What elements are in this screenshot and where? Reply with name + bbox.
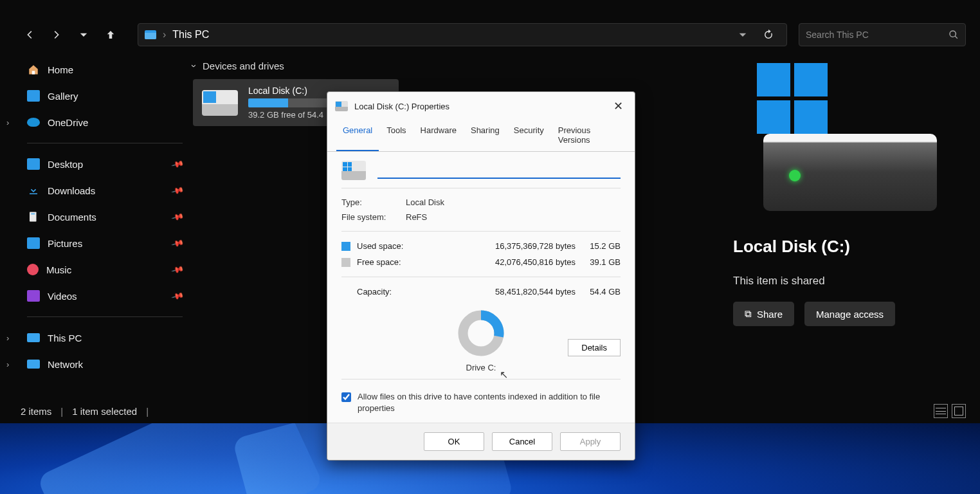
- sidebar-label: Network: [48, 359, 83, 370]
- pin-icon: 📌: [170, 289, 184, 303]
- sidebar-item-desktop[interactable]: Desktop📌: [18, 151, 192, 177]
- status-items-count: 2 items: [21, 406, 51, 417]
- tab-security[interactable]: Security: [507, 120, 550, 151]
- chevron-down-icon[interactable]: ›: [189, 64, 200, 68]
- recent-locations-button[interactable]: [72, 23, 95, 46]
- apply-button[interactable]: Apply: [560, 432, 621, 451]
- address-bar[interactable]: › This PC: [138, 23, 787, 46]
- sidebar-item-home[interactable]: Home: [18, 57, 192, 82]
- usage-donut-chart: [457, 309, 505, 358]
- breadcrumb-location[interactable]: This PC: [172, 29, 209, 41]
- this-pc-icon: [145, 30, 156, 39]
- svg-rect-1: [31, 214, 35, 215]
- chevron-right-icon[interactable]: ›: [6, 360, 15, 369]
- pin-icon: 📌: [170, 184, 184, 197]
- sidebar-item-downloads[interactable]: Downloads📌: [18, 178, 192, 203]
- sidebar-item-network[interactable]: ›Network: [18, 351, 192, 377]
- pin-icon: 📌: [170, 237, 184, 250]
- forward-button[interactable]: [45, 23, 68, 46]
- back-button[interactable]: [18, 23, 41, 46]
- capacity-label: Capacity:: [357, 287, 473, 297]
- filesystem-label: File system:: [341, 212, 406, 222]
- tab-general[interactable]: General: [336, 120, 379, 151]
- index-contents-checkbox[interactable]: [341, 392, 351, 402]
- chevron-right-icon[interactable]: ›: [6, 118, 15, 127]
- cancel-button[interactable]: Cancel: [492, 432, 552, 451]
- drive-label-input[interactable]: [377, 162, 621, 179]
- sidebar: Home Gallery ›OneDrive Desktop📌 Download…: [18, 57, 192, 378]
- breadcrumb-separator-icon: ›: [163, 29, 166, 41]
- search-icon: [948, 30, 959, 40]
- free-space-label: Free space:: [357, 257, 473, 267]
- sidebar-label: Pictures: [48, 238, 82, 249]
- dialog-titlebar[interactable]: Local Disk (C:) Properties ✕: [327, 92, 635, 120]
- sidebar-label: Documents: [48, 212, 96, 223]
- sidebar-item-pictures[interactable]: Pictures📌: [18, 230, 192, 256]
- drive-icon: [341, 161, 366, 180]
- details-title: Local Disk (C:): [733, 237, 954, 257]
- sidebar-label: Desktop: [48, 159, 83, 170]
- search-box[interactable]: [799, 23, 966, 46]
- share-button[interactable]: ⧉Share: [733, 302, 794, 326]
- tab-tools[interactable]: Tools: [380, 120, 412, 151]
- close-button[interactable]: ✕: [609, 97, 627, 115]
- free-space-bytes: 42,076,450,816 bytes: [479, 257, 576, 267]
- tab-sharing[interactable]: Sharing: [464, 120, 506, 151]
- this-pc-icon: [27, 333, 40, 342]
- pin-icon: 📌: [170, 263, 184, 277]
- pictures-icon: [27, 237, 40, 249]
- section-devices-and-drives[interactable]: › Devices and drives: [193, 60, 710, 71]
- refresh-button[interactable]: [757, 23, 780, 46]
- desktop-icon: [27, 158, 40, 170]
- gallery-icon: [27, 90, 40, 102]
- onedrive-icon: [27, 118, 40, 127]
- drive-icon: [335, 101, 348, 111]
- sidebar-label: Music: [46, 264, 71, 275]
- filesystem-value: ReFS: [406, 212, 427, 222]
- details-pane: Local Disk (C:) This item is shared ⧉Sha…: [721, 57, 966, 333]
- address-dropdown-button[interactable]: [731, 23, 754, 46]
- videos-icon: [27, 290, 40, 302]
- tab-previous-versions[interactable]: Previous Versions: [552, 120, 626, 151]
- ok-button[interactable]: OK: [424, 432, 484, 451]
- used-space-label: Used space:: [357, 241, 473, 251]
- network-icon: [27, 360, 40, 369]
- sidebar-item-gallery[interactable]: Gallery: [18, 83, 192, 109]
- section-title: Devices and drives: [203, 60, 284, 71]
- sidebar-label: Gallery: [48, 91, 78, 102]
- type-value: Local Disk: [406, 197, 444, 207]
- navigation-bar: › This PC: [18, 22, 966, 48]
- type-label: Type:: [341, 197, 406, 207]
- pin-icon: 📌: [170, 210, 184, 224]
- music-icon: [27, 264, 39, 275]
- search-input[interactable]: [806, 30, 948, 40]
- dialog-title: Local Disk (C:) Properties: [354, 102, 449, 111]
- downloads-icon: [27, 185, 40, 196]
- details-view-button[interactable]: [934, 404, 948, 418]
- used-space-bytes: 16,375,369,728 bytes: [479, 241, 576, 251]
- dialog-tabs: General Tools Hardware Sharing Security …: [327, 120, 635, 152]
- shared-status-label: This item is shared: [733, 275, 954, 288]
- tab-hardware[interactable]: Hardware: [414, 120, 463, 151]
- sidebar-label: This PC: [48, 333, 82, 343]
- sidebar-item-documents[interactable]: Documents📌: [18, 204, 192, 230]
- sidebar-separator: [27, 316, 183, 317]
- sidebar-label: OneDrive: [48, 117, 88, 128]
- manage-access-button[interactable]: Manage access: [804, 302, 895, 326]
- free-space-readable: 39.1 GB: [582, 257, 621, 267]
- sidebar-item-thispc[interactable]: ›This PC: [18, 325, 192, 351]
- used-space-swatch: [341, 242, 350, 251]
- up-button[interactable]: [99, 23, 122, 46]
- capacity-bytes: 58,451,820,544 bytes: [479, 287, 576, 297]
- chevron-right-icon[interactable]: ›: [6, 333, 15, 343]
- sidebar-item-music[interactable]: Music📌: [18, 257, 192, 282]
- drive-icon: [202, 90, 238, 116]
- free-space-swatch: [341, 258, 350, 267]
- large-icons-view-button[interactable]: [952, 404, 966, 418]
- pin-icon: 📌: [170, 158, 184, 171]
- sidebar-item-onedrive[interactable]: ›OneDrive: [18, 109, 192, 135]
- sidebar-item-videos[interactable]: Videos📌: [18, 283, 192, 309]
- index-contents-label[interactable]: Allow files on this drive to have conten…: [358, 391, 621, 414]
- status-selected-count: 1 item selected: [72, 406, 137, 417]
- details-button[interactable]: Details: [568, 339, 621, 356]
